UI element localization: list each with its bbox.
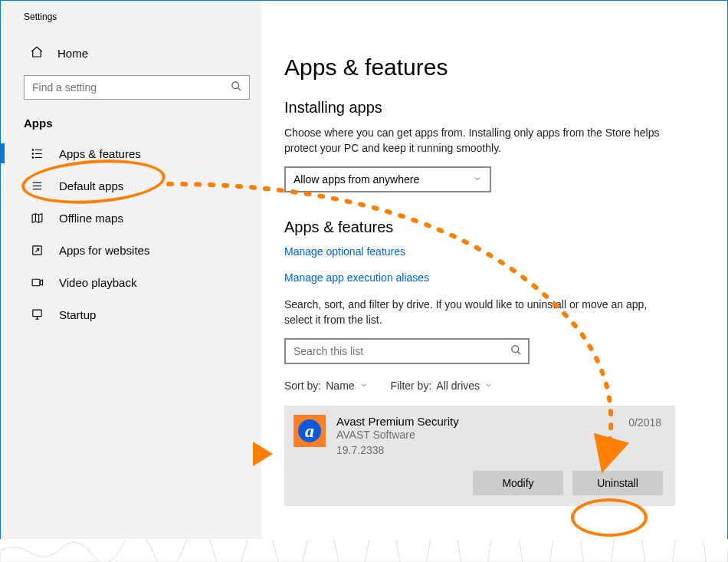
- filter-value: All drives: [436, 380, 480, 392]
- sidebar-item-apps-websites[interactable]: Apps for websites: [19, 234, 261, 266]
- installing-heading: Installing apps: [284, 99, 704, 117]
- home-label: Home: [57, 47, 88, 60]
- svg-rect-17: [32, 310, 41, 317]
- app-list-search[interactable]: [284, 338, 530, 364]
- app-card[interactable]: a Avast Premium Security AVAST Software …: [284, 406, 675, 505]
- defaults-icon: [30, 179, 44, 192]
- sidebar: Settings Home Apps Apps & features Defau: [1, 1, 261, 561]
- svg-rect-15: [32, 279, 40, 286]
- app-icon: a: [293, 415, 326, 447]
- filter-label: Filter by:: [391, 380, 432, 392]
- filter-by[interactable]: Filter by: All drives: [391, 380, 493, 392]
- map-icon: [30, 211, 44, 225]
- sidebar-item-label: Apps & features: [59, 147, 141, 160]
- link-optional-features[interactable]: Manage optional features: [284, 245, 704, 258]
- launch-icon: [30, 243, 44, 257]
- app-publisher: AVAST Software: [336, 428, 459, 443]
- svg-marker-11: [32, 213, 42, 222]
- svg-point-7: [32, 156, 33, 157]
- chevron-down-icon: [359, 380, 368, 392]
- sidebar-item-apps-features[interactable]: Apps & features: [19, 137, 261, 169]
- sidebar-item-label: Startup: [59, 308, 96, 321]
- uninstall-button[interactable]: Uninstall: [572, 471, 663, 495]
- features-heading: Apps & features: [284, 219, 704, 236]
- dropdown-value: Allow apps from anywhere: [293, 173, 419, 186]
- svg-point-5: [32, 149, 33, 150]
- sidebar-item-video-playback[interactable]: Video playback: [19, 266, 261, 298]
- svg-point-20: [512, 346, 519, 353]
- sidebar-item-label: Video playback: [59, 276, 136, 289]
- chevron-down-icon: [484, 380, 493, 392]
- modify-button[interactable]: Modify: [473, 471, 563, 495]
- sort-label: Sort by:: [284, 380, 321, 392]
- svg-line-21: [517, 352, 520, 355]
- search-icon: [510, 344, 522, 358]
- svg-point-6: [32, 153, 33, 153]
- installing-desc: Choose where you can get apps from. Inst…: [284, 126, 675, 156]
- sidebar-search-input[interactable]: [24, 75, 250, 100]
- window-title: Settings: [19, 12, 261, 22]
- sort-value: Name: [326, 380, 354, 392]
- sort-filter-row: Sort by: Name Filter by: All drives: [284, 380, 704, 392]
- sidebar-item-offline-maps[interactable]: Offline maps: [19, 202, 261, 234]
- sidebar-item-label: Default apps: [59, 179, 123, 192]
- app-list-search-input[interactable]: [284, 338, 530, 364]
- list-icon: [30, 146, 44, 160]
- sidebar-item-default-apps[interactable]: Default apps: [19, 169, 261, 202]
- sidebar-item-startup[interactable]: Startup: [19, 298, 261, 330]
- page-title: Apps & features: [284, 54, 704, 81]
- sidebar-item-label: Apps for websites: [59, 244, 149, 257]
- sidebar-search[interactable]: [24, 75, 250, 100]
- section-heading: Apps: [19, 117, 261, 130]
- home-nav[interactable]: Home: [19, 45, 261, 61]
- svg-point-0: [232, 82, 239, 89]
- sidebar-item-label: Offline maps: [59, 212, 123, 225]
- search-icon: [231, 81, 242, 94]
- link-execution-aliases[interactable]: Manage app execution aliases: [284, 271, 704, 284]
- chevron-down-icon: [473, 173, 482, 186]
- app-install-date: 0/2018: [628, 416, 661, 429]
- app-version: 19.7.2338: [336, 443, 459, 458]
- startup-icon: [30, 307, 44, 321]
- features-desc: Search, sort, and filter by drive. If yo…: [284, 297, 675, 327]
- main-content: Apps & features Installing apps Choose w…: [261, 1, 727, 561]
- app-name: Avast Premium Security: [336, 415, 459, 428]
- video-icon: [30, 275, 44, 289]
- svg-line-1: [238, 87, 241, 90]
- sort-by[interactable]: Sort by: Name: [284, 380, 368, 392]
- home-icon: [30, 45, 44, 61]
- install-source-dropdown[interactable]: Allow apps from anywhere: [284, 166, 491, 192]
